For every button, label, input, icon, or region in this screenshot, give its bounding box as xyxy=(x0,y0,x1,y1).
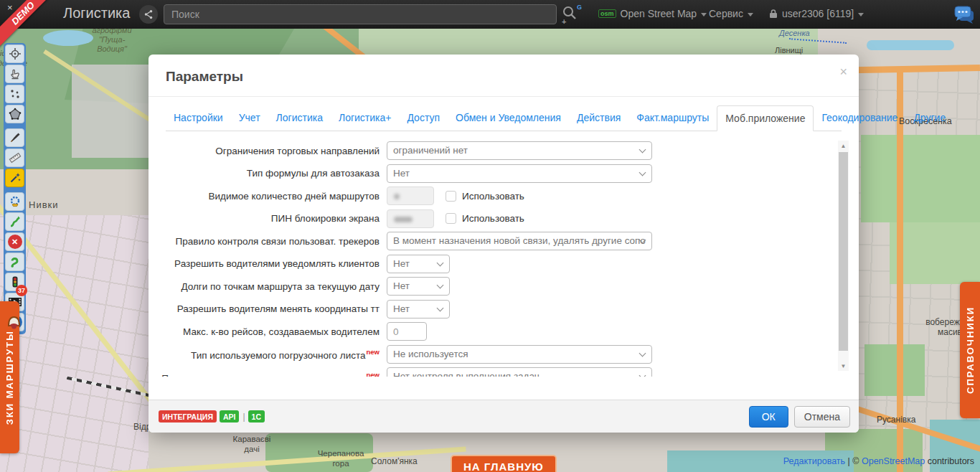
scrollbar-thumb[interactable] xyxy=(839,152,848,351)
search-button[interactable]: G + xyxy=(562,5,582,25)
chevron-down-icon xyxy=(437,282,444,289)
map-road xyxy=(897,72,903,472)
tracker-link-rule-select[interactable]: В момент назначения новой связи, удалять… xyxy=(387,232,652,250)
backpack-icon[interactable] xyxy=(4,304,24,333)
obscured-value xyxy=(394,194,400,199)
tab-drugie[interactable]: Другие xyxy=(905,105,953,131)
search-box xyxy=(164,4,557,24)
field-label: Тип используемого погрузочного листаnew xyxy=(149,348,387,361)
new-badge: new xyxy=(367,371,380,377)
form-row: Ограничения торговых направлений огранич… xyxy=(149,141,859,161)
visible-days-input xyxy=(387,187,434,205)
user-menu[interactable]: user2306 [6119] xyxy=(769,8,864,19)
tab-logistika[interactable]: Логистика xyxy=(268,105,331,131)
app-window: агрофірми "Пуща- Водиця" Міське кладовищ… xyxy=(0,0,980,472)
1c-badge[interactable]: 1С xyxy=(248,410,265,423)
badge-separator: | xyxy=(242,412,245,422)
home-button[interactable]: НА ГЛАВНУЮ xyxy=(451,455,557,472)
close-icon[interactable]: × xyxy=(839,65,847,80)
osm-logo: osm xyxy=(598,9,616,18)
tab-mob-prilozhenie[interactable]: Моб.приложение xyxy=(717,105,814,131)
use-checkbox[interactable] xyxy=(446,213,456,224)
points-icon[interactable] xyxy=(5,85,24,103)
tab-obmen[interactable]: Обмен и Уведомления xyxy=(448,105,569,131)
form-row: Правило контроля выполнения задач в точк… xyxy=(149,367,859,377)
loading-sheet-select[interactable]: Не используется xyxy=(387,345,652,364)
polygon-icon[interactable] xyxy=(5,105,24,123)
change-coords-select[interactable]: Нет xyxy=(387,300,450,318)
chat-icon xyxy=(951,1,977,27)
map-provider-menu[interactable]: osm Open Street Map xyxy=(598,8,707,19)
autoorder-formula-select[interactable]: Нет xyxy=(387,164,652,183)
settings-wrench-icon[interactable] xyxy=(5,192,24,211)
api-badge[interactable]: API xyxy=(220,410,240,423)
brush-icon[interactable] xyxy=(5,128,24,147)
tab-geokodirovanie[interactable]: Геокодирование xyxy=(814,105,905,131)
tab-nastroyki[interactable]: Настройки xyxy=(166,105,231,131)
window-close-icon[interactable]: × xyxy=(7,2,13,13)
app-title: Логистика xyxy=(63,5,130,22)
chevron-down-icon xyxy=(748,13,753,16)
obscured-value xyxy=(394,217,413,222)
share-icon xyxy=(143,9,154,19)
notify-clients-select[interactable]: Нет xyxy=(387,255,450,273)
ruler-icon[interactable] xyxy=(5,148,24,167)
delete-icon[interactable]: ✕ xyxy=(5,232,24,251)
form-row: Тип формулы для автозаказа Нет xyxy=(149,164,859,184)
search-input[interactable] xyxy=(164,5,556,24)
plus-glyph: + xyxy=(562,17,566,26)
field-label: Долги по точкам маршрута за текущую дату xyxy=(149,281,387,292)
debts-select[interactable]: Нет xyxy=(387,277,450,296)
form-row: Долги по точкам маршрута за текущую дату… xyxy=(149,277,859,296)
edit-link[interactable]: Редактировать xyxy=(783,456,845,466)
max-trips-input[interactable] xyxy=(387,322,427,341)
hand-pan-icon[interactable] xyxy=(5,65,24,83)
settings-form: Ограничения торговых направлений огранич… xyxy=(149,131,859,377)
trade-directions-select[interactable]: ограничений нет xyxy=(387,141,652,160)
magic-wand-icon[interactable] xyxy=(5,169,24,187)
scroll-up-icon[interactable]: ▲ xyxy=(838,141,849,151)
map-attribution: Редактировать | © OpenStreetMap contribu… xyxy=(783,456,974,466)
use-checkbox[interactable] xyxy=(446,191,456,202)
dialog-title: Параметры xyxy=(166,69,243,84)
tab-dostup[interactable]: Доступ xyxy=(399,105,448,131)
crosshair-icon[interactable] xyxy=(5,44,24,63)
form-row: ПИН блокировки экрана Использовать xyxy=(149,209,859,229)
sidebar-tab-directories[interactable]: СПРАВОЧНИКИ xyxy=(960,282,980,418)
field-label: Тип формулы для автозаказа xyxy=(149,168,387,179)
cancel-button[interactable]: Отмена xyxy=(794,406,850,428)
tab-fakt-marshruty[interactable]: Факт.маршруты xyxy=(628,105,717,131)
field-label: Макс. к-во рейсов, создаваемых водителем xyxy=(149,326,387,337)
form-row: Разрешить водителям менять координаты тт… xyxy=(149,300,859,319)
task-control-rule-select[interactable]: Нет контроля выполнения задач xyxy=(387,367,652,377)
map-area xyxy=(861,135,980,222)
tab-deystviya[interactable]: Действия xyxy=(569,105,628,131)
form-scrollbar[interactable]: ▲ ▼ xyxy=(838,141,849,371)
map-label: агрофірми "Пуща- Водиця" xyxy=(77,26,146,55)
field-label: Правило контроля выполнения задач в точк… xyxy=(149,371,387,377)
route-icon[interactable] xyxy=(5,212,24,231)
form-row: Правило контроля связи пользоват. трекер… xyxy=(149,232,859,251)
tab-uchet[interactable]: Учет xyxy=(231,105,268,131)
map-area xyxy=(864,344,925,396)
service-menu[interactable]: Сервис xyxy=(709,8,753,19)
integration-badge[interactable]: ИНТЕГРАЦИЯ xyxy=(159,410,217,423)
map-label: Солом'янка xyxy=(371,456,418,466)
top-header: × DEMO Логистика G + osm Open Street Map… xyxy=(0,0,980,29)
map-label: Черепанова гора xyxy=(301,449,380,469)
ok-button[interactable]: ОК xyxy=(749,406,788,428)
share-button[interactable] xyxy=(139,5,158,24)
scroll-down-icon[interactable]: ▼ xyxy=(838,361,849,371)
form-row: Тип используемого погрузочного листаnew … xyxy=(149,345,859,364)
form-row: Разрешить водителями уведомлять клиентов… xyxy=(149,255,859,274)
osm-link[interactable]: OpenStreetMap xyxy=(862,456,925,466)
chevron-down-icon xyxy=(639,349,646,357)
pin-lock-input xyxy=(387,209,434,228)
map-label: Десенка xyxy=(779,29,810,38)
chat-button[interactable] xyxy=(951,1,977,27)
tab-logistika-plus[interactable]: Логистика+ xyxy=(331,105,400,131)
route-question-icon[interactable] xyxy=(5,252,24,271)
chevron-down-icon xyxy=(437,259,444,266)
new-badge: new xyxy=(367,348,380,356)
form-row: Видимое количество дней маршрутов Исполь… xyxy=(149,187,859,206)
